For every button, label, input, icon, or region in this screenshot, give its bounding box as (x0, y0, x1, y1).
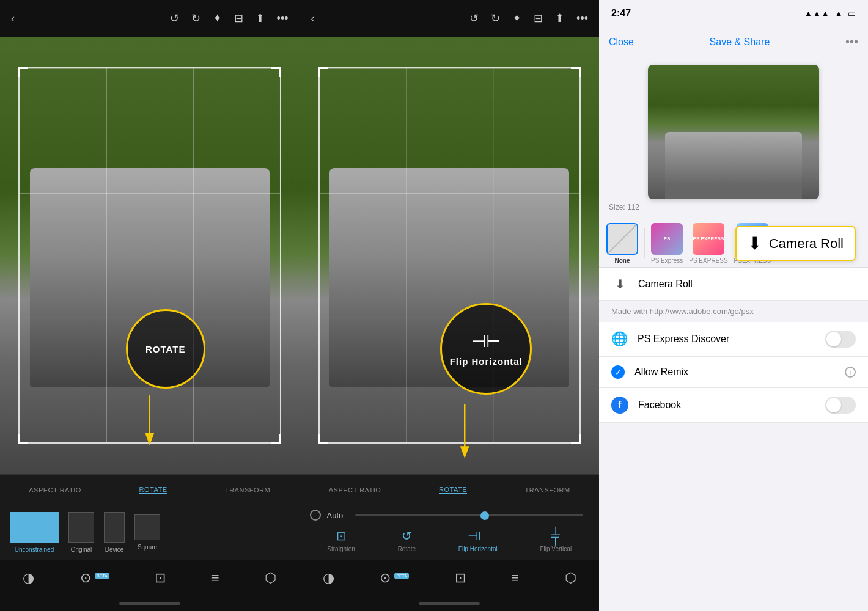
aspect-box-device (104, 512, 125, 543)
healing-tool-2[interactable]: ⬡ (565, 570, 576, 586)
adjust-tool[interactable]: ≡ (211, 570, 219, 586)
close-button[interactable]: Close (609, 37, 634, 48)
undo-icon[interactable]: ↺ (170, 12, 179, 25)
rotate-annotation-text: ROTATE (145, 344, 185, 354)
more-icon[interactable]: ••• (277, 12, 289, 25)
flip-h-icon: ⊣⊢ (468, 529, 488, 543)
straighten-label: Straighten (327, 546, 355, 552)
flip-v-label: Flip Vertical (540, 546, 572, 552)
history-tool-2[interactable]: ◑ (323, 570, 334, 586)
rotate-options: ⊡ Straighten ↺ Rotate ⊣⊢ Flip Horizontal… (300, 521, 600, 560)
share-icon[interactable]: ⬆ (256, 12, 265, 25)
crop-tool[interactable]: ⊡ (155, 570, 166, 586)
rotation-slider[interactable] (355, 514, 583, 516)
aspect-label-unconstrained: Unconstrained (15, 546, 54, 553)
aspect-unconstrained[interactable]: Unconstrained (10, 512, 59, 553)
facebook-icon: f (611, 397, 628, 414)
back-icon[interactable]: ‹ (11, 12, 15, 25)
crop-tool-2[interactable]: ⊡ (455, 570, 466, 586)
tab-aspect-ratio-2[interactable]: ASPECT RATIO (329, 486, 381, 494)
preview-car (665, 132, 802, 199)
history-tool[interactable]: ◑ (23, 570, 34, 586)
facebook-row: f Facebook (599, 388, 868, 423)
tab-rotate-2[interactable]: ROTATE (439, 486, 467, 494)
home-bar-1 (0, 596, 300, 611)
camera-roll-action[interactable]: ⬇ Camera Roll (599, 268, 868, 301)
flip-v-icon: ⊣⊢ (548, 525, 563, 546)
camera-roll-action-label: Camera Roll (638, 279, 856, 290)
camera-roll-callout-text: Camera Roll (769, 236, 844, 252)
rotate-opt-flip-v[interactable]: ⊣⊢ Flip Vertical (540, 529, 572, 552)
camera-roll-callout: ⬇ Camera Roll (735, 226, 856, 261)
panel-3-right: 2:47 ▲▲▲ ▲ ▭ Close Save & Share ••• Size… (599, 0, 868, 611)
undo-icon-2[interactable]: ↺ (469, 12, 479, 25)
aspect-original[interactable]: Original (68, 512, 94, 553)
ps-discover-row: 🌐 PS Express Discover (599, 322, 868, 357)
top-bar-1: ‹ ↺ ↻ ✦ ⊟ ⬆ ••• (0, 0, 300, 37)
compare-icon-2[interactable]: ⊟ (534, 12, 543, 25)
aspect-label-square: Square (138, 544, 157, 551)
aspect-device[interactable]: Device (104, 512, 125, 553)
rotate-label: Rotate (398, 546, 416, 552)
photo-area-2: ⊣⊢ Flip Horizontal (300, 37, 600, 474)
status-time: 2:47 (611, 8, 631, 19)
compare-icon[interactable]: ⊟ (234, 12, 243, 25)
filter-none[interactable]: None (606, 223, 638, 264)
adjust-tool-2[interactable]: ≡ (511, 570, 519, 586)
save-share-button[interactable]: Save & Share (710, 37, 770, 48)
tab-transform-2[interactable]: TRANSFORM (525, 486, 570, 494)
info-icon[interactable]: i (845, 367, 856, 378)
share-actions-list: ⬇ Camera Roll Made with http://www.adobe… (599, 268, 868, 611)
ps-discover-label: PS Express Discover (638, 334, 815, 345)
more-icon-2[interactable]: ••• (576, 12, 588, 25)
tuning-tool[interactable]: ⊙ BETA (80, 570, 109, 586)
aspect-box-square (134, 514, 160, 540)
home-bar-line-2 (419, 602, 480, 605)
check-icon: ✓ (611, 365, 625, 379)
aspect-options: Unconstrained Original Device Square (0, 505, 300, 560)
tool-bar-2: ◑ ⊙ BETA ⊡ ≡ ⬡ (300, 560, 600, 596)
flip-annotation-circle: ⊣⊢ Flip Horizontal (440, 303, 532, 395)
magic-icon[interactable]: ✦ (213, 12, 222, 25)
rotate-opt-rotate[interactable]: ↺ Rotate (398, 529, 416, 552)
redo-icon-2[interactable]: ↻ (491, 12, 500, 25)
tab-aspect-ratio-1[interactable]: ASPECT RATIO (29, 486, 81, 494)
filter-thumb-none (606, 223, 638, 255)
made-with-row: Made with http://www.adobe.com/go/psx (599, 301, 868, 322)
camera-roll-action-icon: ⬇ (611, 277, 628, 291)
preview-size: Size: 112 (609, 203, 639, 211)
filter-thumb-ps2: PS EXPRESS (693, 223, 724, 255)
share-icon-2[interactable]: ⬆ (555, 12, 564, 25)
photo-area-1: ROTATE (0, 37, 300, 474)
filter-label-none: None (615, 257, 630, 264)
wifi-icon: ▲ (834, 9, 843, 18)
filter-thumb-ps1: PS (651, 223, 683, 255)
aspect-box-unconstrained (10, 512, 59, 543)
bottom-tabs-1: ASPECT RATIO ROTATE TRANSFORM (0, 474, 300, 505)
healing-tool[interactable]: ⬡ (265, 570, 276, 586)
aspect-square[interactable]: Square (134, 514, 160, 551)
rotate-opt-straighten[interactable]: ⊡ Straighten (327, 529, 355, 552)
car-photo-2 (300, 37, 600, 474)
more-options-button[interactable]: ••• (845, 35, 858, 49)
rotate-opt-flip-h[interactable]: ⊣⊢ Flip Horizontal (458, 529, 498, 552)
redo-icon[interactable]: ↻ (191, 12, 200, 25)
ps-discover-toggle[interactable] (825, 331, 856, 348)
tab-rotate-1[interactable]: ROTATE (139, 486, 167, 494)
filter-ps1[interactable]: PS PS Express (651, 223, 683, 264)
preview-image (648, 65, 819, 199)
filter-label-ps1: PS Express (651, 257, 683, 264)
globe-icon: 🌐 (611, 331, 628, 347)
back-icon-2[interactable]: ‹ (311, 12, 315, 25)
flip-annotation-text: Flip Horizontal (450, 356, 523, 367)
tuning-tool-2[interactable]: ⊙ BETA (380, 570, 409, 586)
tab-transform-1[interactable]: TRANSFORM (225, 486, 270, 494)
panel-1: ‹ ↺ ↻ ✦ ⊟ ⬆ ••• ROTATE (0, 0, 300, 611)
magic-icon-2[interactable]: ✦ (512, 12, 521, 25)
panel-2: ‹ ↺ ↻ ✦ ⊟ ⬆ ••• ⊣⊢ Flip Horizontal (300, 0, 600, 611)
facebook-toggle[interactable] (825, 397, 856, 414)
share-header: Close Save & Share ••• (599, 27, 868, 57)
rotate-annotation-circle: ROTATE (126, 309, 205, 389)
home-bar-line-1 (119, 602, 180, 605)
filter-ps2[interactable]: PS EXPRESS PS EXPRESS (689, 223, 727, 264)
